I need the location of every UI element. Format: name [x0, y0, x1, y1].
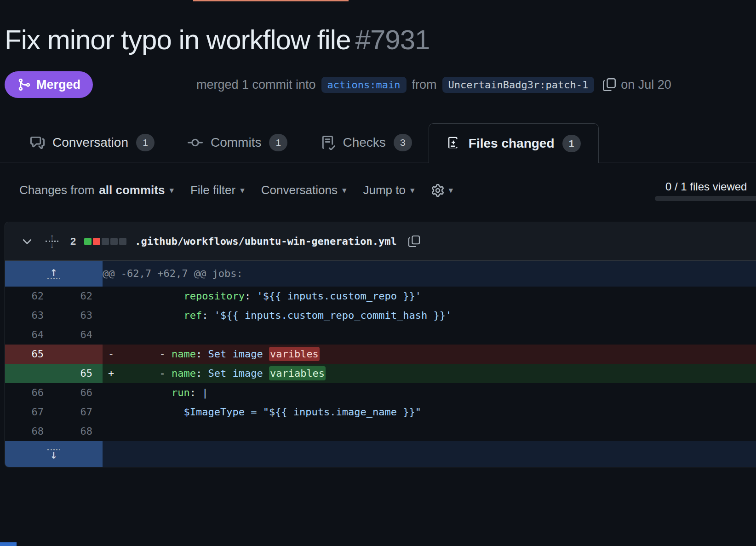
pr-title-text: Fix minor typo in workflow file [5, 24, 351, 55]
gear-icon [431, 184, 444, 197]
tab-checks[interactable]: Checks 3 [321, 123, 412, 162]
files-viewed-status: 0 / 1 files viewed [665, 180, 747, 193]
diff-hunk-row: ↑@@ -62,7 +62,7 @@ jobs: [5, 261, 756, 287]
head-branch-label: UncertainBadg3r:patch-1 [442, 77, 595, 93]
new-line-number[interactable] [54, 345, 103, 364]
code-line: repository: '${{ inputs.custom_repo }}' [123, 287, 756, 306]
tab-counter: 1 [269, 134, 287, 151]
code-token: '${{ inputs.custom_repo_commit_hash }}' [214, 310, 452, 321]
checklist-icon [321, 136, 335, 150]
code-line: ref: '${{ inputs.custom_repo_commit_hash… [123, 306, 756, 325]
diff-line-deletion: 65- - name: Set image varibles [5, 345, 756, 364]
code-line: - name: Set image varibles [123, 345, 756, 364]
tab-label: Files changed [469, 136, 555, 151]
diff-line-context: 6464 [5, 325, 756, 345]
tab-commits[interactable]: Commits 1 [188, 123, 287, 162]
code-token: - [123, 368, 172, 379]
conversations-dropdown[interactable]: Conversations ▾ [261, 183, 347, 197]
conversations-label: Conversations [261, 183, 338, 197]
new-line-number[interactable]: 63 [54, 306, 103, 325]
jump-to-dropdown[interactable]: Jump to ▾ [363, 183, 414, 197]
tab-counter: 1 [562, 135, 581, 152]
arrow-down-icon: ↓ [50, 242, 54, 248]
new-line-number[interactable]: 62 [54, 287, 103, 306]
diff-stat-square [110, 238, 118, 245]
file-filter-dropdown[interactable]: File filter ▾ [190, 183, 245, 197]
code-token [123, 290, 183, 302]
new-line-number[interactable]: 67 [54, 402, 103, 422]
old-line-number[interactable]: 67 [5, 402, 54, 422]
code-token: : [190, 387, 202, 398]
code-token [123, 310, 183, 321]
code-token: : [196, 348, 208, 360]
merge-info: merged 1 commit into actions:main from U… [196, 71, 671, 98]
new-line-number[interactable]: 66 [54, 383, 103, 402]
file-path-link[interactable]: .github/workflows/ubuntu-win-generation.… [135, 236, 397, 247]
new-line-number[interactable]: 64 [54, 325, 103, 345]
expand-down-button[interactable]: ↓ [5, 441, 103, 467]
code-line: - name: Set image variables [123, 364, 756, 383]
old-line-number[interactable]: 64 [5, 325, 54, 345]
file-diff-panel: ↑ ↓ 2 .github/workflows/ubuntu-win-gener… [5, 222, 756, 467]
copy-branch-button[interactable] [602, 78, 616, 92]
jump-to-label: Jump to [363, 183, 406, 197]
tab-label: Conversation [52, 135, 128, 150]
status-badge-label: Merged [36, 78, 80, 92]
code-token: '${{ inputs.custom_repo }}' [257, 290, 421, 302]
fold-up-icon: ↑ [47, 269, 60, 279]
diff-line-context: 6363 ref: '${{ inputs.custom_repo_commit… [5, 306, 756, 325]
code-line: $ImageType = "${{ inputs.image_name }}" [123, 402, 756, 422]
diff-stat-square [119, 238, 126, 245]
expand-diff-button[interactable]: ↑ ↓ [46, 234, 58, 248]
code-line [123, 325, 756, 345]
merge-info-prefix: merged 1 commit into [196, 78, 316, 92]
file-changes-count: 2 [70, 236, 76, 247]
code-token [123, 387, 172, 398]
expand-up-button[interactable]: ↑ [5, 261, 103, 287]
changes-from-value: all commits [99, 183, 165, 197]
old-line-number[interactable]: 66 [5, 383, 54, 402]
pr-tab-bar: Conversation 1 Commits 1 Checks 3 Files … [0, 123, 756, 162]
diff-marker: + [103, 364, 123, 383]
diff-marker [103, 306, 123, 325]
page-title: Fix minor typo in workflow file#7931 [5, 24, 430, 56]
changes-from-dropdown[interactable]: Changes from all commits ▾ [19, 183, 174, 197]
changed-word: variables [269, 366, 326, 380]
hunk-header: @@ -62,7 +62,7 @@ jobs: [103, 261, 756, 287]
old-line-number[interactable] [5, 364, 54, 383]
code-token: run [172, 387, 190, 398]
tab-files-changed[interactable]: Files changed 1 [429, 123, 599, 163]
copy-icon [408, 235, 420, 247]
diff-line-context: 6868 [5, 422, 756, 441]
diff-marker [103, 402, 123, 422]
arrow-up-icon: ↑ [50, 234, 54, 240]
base-branch-label: actions:main [321, 77, 407, 93]
old-line-number[interactable]: 68 [5, 422, 54, 441]
status-badge: Merged [5, 71, 93, 98]
bottom-edge-accent [0, 542, 17, 546]
code-token: ref [183, 310, 202, 321]
old-line-number[interactable]: 65 [5, 345, 54, 364]
code-token: Set image [208, 368, 269, 379]
copy-file-path-button[interactable] [408, 235, 420, 247]
tab-counter: 1 [136, 134, 155, 151]
chevron-down-icon: ▾ [449, 185, 453, 195]
chevron-down-icon: ▾ [169, 185, 174, 195]
new-line-number[interactable]: 68 [54, 422, 103, 441]
fold-down-icon: ↓ [47, 449, 60, 460]
old-line-number[interactable]: 63 [5, 306, 54, 325]
diff-stat-square [93, 238, 100, 245]
diff-settings-dropdown[interactable]: ▾ [431, 184, 453, 197]
old-line-number[interactable]: 62 [5, 287, 54, 306]
chevron-down-icon: ▾ [342, 185, 347, 195]
code-token: | [202, 387, 208, 398]
chevron-down-icon: ▾ [240, 185, 245, 195]
new-line-number[interactable]: 65 [54, 364, 103, 383]
tab-conversation[interactable]: Conversation 1 [30, 123, 155, 162]
diff-stat-squares [84, 238, 126, 245]
code-token: - [123, 348, 172, 360]
tab-counter: 3 [394, 134, 412, 151]
files-viewed-progress-bar [655, 196, 756, 201]
collapse-file-button[interactable] [21, 235, 34, 248]
comment-discussion-icon [30, 136, 45, 150]
